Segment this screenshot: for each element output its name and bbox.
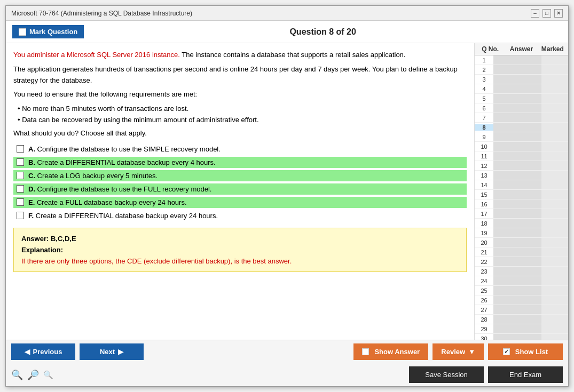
question-list-item[interactable]: 23 xyxy=(475,267,568,276)
save-session-label: Save Session xyxy=(425,371,468,379)
show-answer-checkbox-icon xyxy=(362,348,369,355)
option-e-row: E. Create a FULL database backup every 2… xyxy=(13,197,467,208)
q-num: 10 xyxy=(475,143,493,150)
mark-question-button[interactable]: Mark Question xyxy=(12,25,84,38)
question-list-item[interactable]: 14 xyxy=(475,180,568,190)
question-list-item[interactable]: 25 xyxy=(475,286,568,295)
question-list-item[interactable]: 7 xyxy=(475,113,568,123)
q-answer xyxy=(493,132,541,141)
q-num: 24 xyxy=(475,278,493,284)
q-num: 30 xyxy=(475,335,493,340)
window-title: Microsoft 70-764 (Administering a SQL Da… xyxy=(11,10,192,17)
option-f-row: F. Create a DIFFERENTIAL database backup… xyxy=(13,210,467,221)
q-marked xyxy=(541,180,568,189)
footer: ◀ Previous Next ▶ Show Answer Review ▼ ✓… xyxy=(6,340,568,386)
show-list-button[interactable]: ✓ Show List xyxy=(488,343,563,360)
question-list-item[interactable]: 11 xyxy=(475,151,568,161)
review-button[interactable]: Review ▼ xyxy=(433,343,484,360)
question-list-item[interactable]: 1 xyxy=(475,55,568,65)
previous-arrow-icon: ◀ xyxy=(25,348,30,356)
option-a-checkbox[interactable] xyxy=(17,145,24,153)
q-num: 6 xyxy=(475,105,493,111)
question-list-item[interactable]: 10 xyxy=(475,142,568,151)
question-list-item[interactable]: 9 xyxy=(475,132,568,142)
option-f-checkbox[interactable] xyxy=(17,212,24,219)
question-list-item[interactable]: 30 xyxy=(475,334,568,340)
question-list-item[interactable]: 3 xyxy=(475,75,568,84)
question-list-item[interactable]: 4 xyxy=(475,84,568,94)
next-button[interactable]: Next ▶ xyxy=(80,343,144,360)
q-answer xyxy=(493,180,541,189)
mark-checkbox-icon xyxy=(19,28,26,36)
q-marked xyxy=(541,103,568,113)
q-num: 17 xyxy=(475,211,493,217)
question-title: Question 8 of 20 xyxy=(84,27,562,37)
option-e-checkbox[interactable] xyxy=(17,198,24,206)
q-marked xyxy=(541,171,568,180)
q-num: 23 xyxy=(475,268,493,275)
question-list-item[interactable]: 24 xyxy=(475,276,568,286)
q-num: 21 xyxy=(475,249,493,255)
question-list-item[interactable]: 6 xyxy=(475,103,568,113)
previous-label: Previous xyxy=(33,348,62,356)
q-marked xyxy=(541,94,568,103)
close-button[interactable]: ✕ xyxy=(554,9,563,18)
question-list-item[interactable]: 8 xyxy=(475,123,568,132)
q-answer xyxy=(493,199,541,209)
show-answer-button[interactable]: Show Answer xyxy=(353,343,428,360)
question-list-item[interactable]: 5 xyxy=(475,94,568,103)
question-list-item[interactable]: 26 xyxy=(475,295,568,305)
side-header-qno: Q No. xyxy=(475,43,506,55)
q-num: 16 xyxy=(475,201,493,207)
show-list-label: Show List xyxy=(515,348,548,356)
q-answer xyxy=(493,286,541,295)
question-list-item[interactable]: 16 xyxy=(475,199,568,209)
q-num: 18 xyxy=(475,220,493,227)
q-answer xyxy=(493,219,541,228)
footer-row2: 🔍 🔎 🔍 Save Session End Exam xyxy=(6,363,568,386)
question-list-item[interactable]: 20 xyxy=(475,238,568,247)
question-list-item[interactable]: 12 xyxy=(475,161,568,171)
question-list-item[interactable]: 19 xyxy=(475,228,568,238)
q-answer xyxy=(493,238,541,247)
show-list-check-icon: ✓ xyxy=(503,348,510,355)
question-list-item[interactable]: 27 xyxy=(475,305,568,315)
q-answer xyxy=(493,324,541,333)
end-exam-button[interactable]: End Exam xyxy=(488,366,563,383)
next-arrow-icon: ▶ xyxy=(118,348,123,356)
question-list-item[interactable]: 17 xyxy=(475,209,568,219)
q-answer xyxy=(493,161,541,170)
q-marked xyxy=(541,55,568,65)
question-text-black: The instance contains a database that su… xyxy=(180,51,406,59)
question-list-item[interactable]: 2 xyxy=(475,65,568,75)
zoom-normal-button[interactable]: 🔎 xyxy=(27,369,39,381)
q-answer xyxy=(493,55,541,65)
zoom-out-button[interactable]: 🔍 xyxy=(11,369,23,381)
question-list-item[interactable]: 13 xyxy=(475,171,568,180)
main-panel: You administer a Microsoft SQL Server 20… xyxy=(6,43,475,340)
save-session-button[interactable]: Save Session xyxy=(409,366,484,383)
question-list-item[interactable]: 28 xyxy=(475,315,568,324)
review-label: Review xyxy=(441,348,465,356)
minimize-button[interactable]: – xyxy=(531,9,539,18)
q-marked xyxy=(541,199,568,209)
question-text-line1: You administer a Microsoft SQL Server 20… xyxy=(13,50,467,61)
question-list-item[interactable]: 15 xyxy=(475,190,568,199)
q-marked xyxy=(541,267,568,276)
question-list-item[interactable]: 29 xyxy=(475,324,568,334)
option-b-checkbox[interactable] xyxy=(17,158,24,166)
side-header-marked: Marked xyxy=(537,43,568,55)
option-d-checkbox[interactable] xyxy=(17,185,24,193)
previous-button[interactable]: ◀ Previous xyxy=(11,343,75,360)
q-answer xyxy=(493,142,541,151)
question-list-item[interactable]: 22 xyxy=(475,257,568,267)
option-c-checkbox[interactable] xyxy=(17,172,24,179)
q-answer xyxy=(493,315,541,324)
q-num: 14 xyxy=(475,182,493,188)
zoom-in-button[interactable]: 🔍 xyxy=(43,370,53,380)
option-f-label: F. Create a DIFFERENTIAL database backup… xyxy=(28,212,218,220)
question-list-item[interactable]: 21 xyxy=(475,247,568,257)
q-marked xyxy=(541,305,568,314)
question-list-item[interactable]: 18 xyxy=(475,219,568,228)
maximize-button[interactable]: □ xyxy=(542,9,551,18)
